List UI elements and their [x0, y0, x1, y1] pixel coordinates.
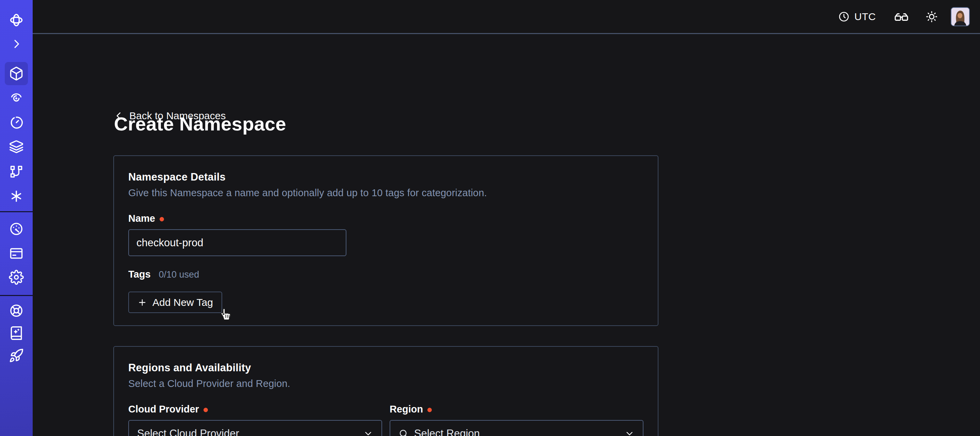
- sidebar-item-deployments[interactable]: [5, 136, 28, 159]
- page-title: Create Namespace: [114, 113, 286, 135]
- cloud-provider-label: Cloud Provider: [128, 404, 199, 415]
- layers-icon: [9, 140, 24, 155]
- card-title: Regions and Availability: [128, 362, 643, 374]
- glasses-icon: [894, 9, 909, 24]
- sidebar-item-docs[interactable]: [5, 321, 28, 345]
- temporal-logo-icon[interactable]: [5, 8, 28, 32]
- sidebar-divider: [0, 211, 33, 212]
- namespace-details-card: Namespace Details Give this Namespace a …: [113, 155, 659, 326]
- add-new-tag-button[interactable]: Add New Tag: [128, 292, 222, 313]
- labs-toggle-button[interactable]: [894, 9, 909, 24]
- region-label: Region: [390, 404, 423, 415]
- main-content: Back to Namespaces Create Namespace Name…: [33, 35, 980, 436]
- sidebar-item-billing[interactable]: [5, 242, 28, 265]
- rocket-icon: [9, 348, 24, 363]
- namespace-name-input[interactable]: [128, 229, 347, 256]
- user-avatar[interactable]: [951, 7, 970, 26]
- lifebuoy-icon: [9, 303, 24, 318]
- topbar: UTC: [33, 0, 980, 34]
- sidebar-item-workflows[interactable]: [5, 86, 28, 109]
- sidebar-item-schedules[interactable]: [5, 111, 28, 134]
- sidebar-item-nexus[interactable]: [5, 185, 28, 208]
- sidebar-item-settings[interactable]: [5, 266, 28, 289]
- cloud-provider-field: Cloud Provider Select Cloud Provider: [128, 404, 382, 436]
- asterisk-icon: [9, 189, 24, 204]
- sidebar-item-getting-started[interactable]: [5, 344, 28, 367]
- region-field: Region Select Region: [390, 404, 643, 436]
- sun-icon: [925, 10, 939, 24]
- gear-icon: [9, 270, 24, 285]
- add-new-tag-label: Add New Tag: [153, 297, 213, 308]
- required-dot: [427, 408, 432, 412]
- search-icon: [398, 428, 409, 436]
- pipeline-icon: [9, 164, 24, 179]
- tags-label: Tags: [128, 269, 151, 280]
- sidebar-item-pipelines[interactable]: [5, 160, 28, 183]
- clock-icon: [838, 11, 850, 22]
- card-title: Namespace Details: [128, 171, 643, 183]
- book-sparkles-icon: [9, 326, 24, 341]
- chevron-down-icon: [624, 428, 635, 436]
- timezone-button[interactable]: UTC: [838, 11, 876, 22]
- tags-used-count: 0/10 used: [159, 270, 199, 280]
- namespace-cube-icon: [9, 66, 24, 81]
- sidebar-item-support[interactable]: [5, 299, 28, 322]
- region-select[interactable]: Select Region: [390, 420, 643, 436]
- sidebar-expand-toggle[interactable]: [5, 32, 28, 56]
- timer-icon: [9, 115, 24, 130]
- spiral-icon: [9, 90, 24, 105]
- cloud-provider-placeholder: Select Cloud Provider: [137, 428, 239, 436]
- regions-availability-card: Regions and Availability Select a Cloud …: [113, 346, 659, 436]
- plus-icon: [137, 298, 147, 307]
- sidebar: [0, 0, 33, 436]
- timezone-label: UTC: [854, 11, 876, 22]
- name-field-label: Name: [128, 213, 155, 224]
- avatar-image: [951, 8, 969, 26]
- sidebar-divider: [0, 295, 33, 296]
- sidebar-item-usage[interactable]: [5, 217, 28, 241]
- region-placeholder: Select Region: [414, 428, 480, 436]
- billing-card-icon: [9, 246, 24, 261]
- required-dot: [204, 408, 208, 412]
- chevron-down-icon: [363, 428, 373, 436]
- theme-toggle-button[interactable]: [925, 10, 939, 24]
- cloud-provider-select[interactable]: Select Cloud Provider: [128, 420, 382, 436]
- chevron-right-icon: [10, 37, 23, 50]
- sidebar-item-namespaces[interactable]: [5, 62, 28, 85]
- gauge-icon: [9, 221, 24, 236]
- card-subtitle: Select a Cloud Provider and Region.: [128, 378, 643, 389]
- required-dot: [159, 217, 164, 221]
- card-subtitle: Give this Namespace a name and optionall…: [128, 187, 643, 199]
- temporal-logo-glyph: [8, 12, 24, 28]
